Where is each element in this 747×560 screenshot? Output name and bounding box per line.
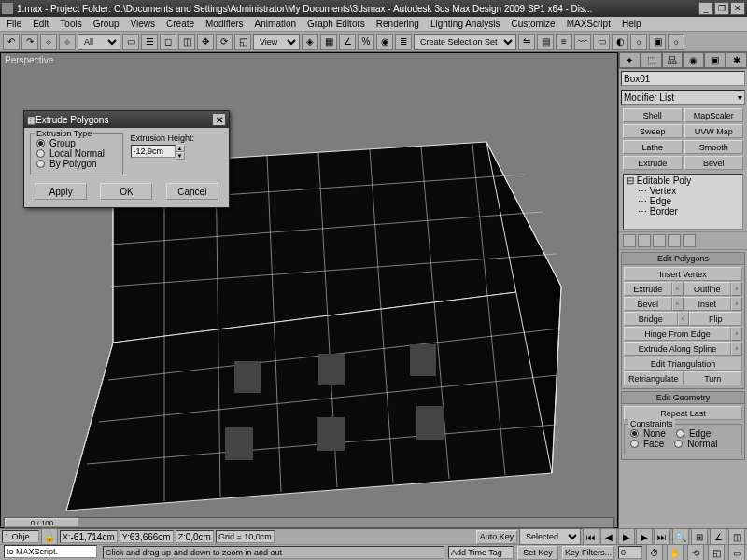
- render-frame-button[interactable]: ▣: [649, 34, 666, 50]
- radio-local-normal[interactable]: [36, 149, 45, 158]
- angle-snap-button[interactable]: ∠: [339, 34, 356, 50]
- btn-outline[interactable]: Outline: [684, 282, 732, 296]
- goto-end-button[interactable]: ⏭: [654, 528, 670, 545]
- render-setup-button[interactable]: ☼: [630, 34, 647, 50]
- material-button[interactable]: ◐: [612, 34, 628, 50]
- maxscript-listener[interactable]: [4, 545, 97, 558]
- tab-create[interactable]: ✦: [619, 52, 641, 68]
- layers-button[interactable]: ≡: [556, 34, 572, 50]
- btn-outline-settings[interactable]: ▫: [731, 282, 742, 296]
- btn-inset[interactable]: Inset: [684, 297, 732, 311]
- selection-set-dropdown[interactable]: Create Selection Set: [414, 34, 516, 50]
- window-crossing-button[interactable]: ◫: [178, 34, 195, 50]
- lock-selection-icon[interactable]: 🔒: [41, 528, 58, 545]
- radio-normal[interactable]: [674, 440, 683, 448]
- btn-inset-settings[interactable]: ▫: [731, 297, 742, 311]
- rect-select-button[interactable]: ◻: [160, 34, 176, 50]
- next-frame-button[interactable]: ▶: [636, 528, 653, 545]
- radio-group[interactable]: [36, 139, 45, 147]
- menu-tools[interactable]: Tools: [55, 18, 86, 30]
- schematic-button[interactable]: ▭: [593, 34, 610, 50]
- stack-config-icon[interactable]: [683, 234, 696, 247]
- restore-button[interactable]: ❐: [714, 2, 729, 15]
- menu-group[interactable]: Group: [89, 18, 124, 30]
- dialog-cancel-button[interactable]: Cancel: [166, 183, 218, 200]
- btn-hinge-settings[interactable]: ▫: [731, 327, 742, 341]
- menu-graph[interactable]: Graph Editors: [303, 18, 370, 30]
- btn-hinge[interactable]: Hinge From Edge: [624, 327, 731, 341]
- btn-edit-tri[interactable]: Edit Triangulation: [624, 357, 742, 371]
- nav-region-icon[interactable]: ◫: [728, 528, 745, 545]
- time-slider-handle[interactable]: 0 / 100: [5, 518, 79, 527]
- dialog-apply-button[interactable]: Apply: [35, 183, 87, 200]
- nav-zoom-icon[interactable]: 🔍: [672, 528, 689, 545]
- nav-fov-icon[interactable]: ∠: [710, 528, 726, 545]
- select-name-button[interactable]: ☰: [141, 34, 158, 50]
- goto-start-button[interactable]: ⏮: [583, 528, 599, 545]
- close-window-button[interactable]: ✕: [730, 2, 745, 15]
- mirror-button[interactable]: ⇋: [518, 34, 535, 50]
- btn-extrude-spline-settings[interactable]: ▫: [731, 342, 742, 356]
- rollout-edit-geometry[interactable]: Edit Geometry: [621, 391, 745, 404]
- spinner-down[interactable]: ▼: [176, 152, 185, 160]
- play-button[interactable]: ▶: [618, 528, 635, 545]
- set-key-button[interactable]: Set Key: [517, 546, 558, 560]
- rotate-button[interactable]: ⟳: [216, 34, 233, 50]
- extrusion-height-spinner[interactable]: ▲▼: [131, 145, 224, 160]
- snap-button[interactable]: ▦: [320, 34, 337, 50]
- nav-maximize-icon[interactable]: ◱: [708, 544, 725, 560]
- btn-retriangulate[interactable]: Retriangulate: [624, 371, 684, 385]
- radio-face[interactable]: [630, 440, 639, 448]
- tab-utilities[interactable]: ✱: [726, 52, 747, 68]
- auto-key-button[interactable]: Auto Key: [476, 530, 517, 544]
- tab-hierarchy[interactable]: 品: [662, 52, 684, 68]
- mod-smooth[interactable]: Smooth: [684, 140, 744, 154]
- object-name-field[interactable]: [621, 71, 745, 86]
- tab-motion[interactable]: ◉: [683, 52, 704, 68]
- spinner-snap-button[interactable]: ◉: [376, 34, 393, 50]
- prev-frame-button[interactable]: ◀: [600, 528, 617, 545]
- selection-filter[interactable]: All: [78, 34, 120, 50]
- radio-by-polygon[interactable]: [36, 160, 45, 168]
- coord-y[interactable]: Y:63,666cm: [120, 530, 174, 543]
- rollout-edit-polygons[interactable]: Edit Polygons: [621, 252, 745, 265]
- btn-turn[interactable]: Turn: [684, 371, 743, 385]
- btn-extrude-settings[interactable]: ▫: [672, 282, 684, 296]
- mod-sweep[interactable]: Sweep: [623, 124, 683, 138]
- mod-extrude[interactable]: Extrude: [623, 156, 683, 170]
- menu-edit[interactable]: Edit: [28, 18, 53, 30]
- current-frame-field[interactable]: 0: [618, 546, 642, 559]
- ref-coord-system[interactable]: View: [253, 34, 300, 50]
- spinner-up[interactable]: ▲: [176, 145, 185, 152]
- btn-bevel[interactable]: Bevel: [624, 297, 672, 311]
- menu-maxscript[interactable]: MAXScript: [562, 18, 615, 30]
- menu-lighting[interactable]: Lighting Analysis: [426, 18, 505, 30]
- add-time-tag[interactable]: Add Time Tag: [448, 546, 514, 559]
- stack-pin-icon[interactable]: [623, 234, 636, 247]
- link-button[interactable]: ⟐: [40, 34, 57, 50]
- dialog-ok-button[interactable]: OK: [100, 183, 152, 200]
- curve-editor-button[interactable]: 〰: [574, 34, 591, 50]
- unlink-button[interactable]: ⟐: [59, 34, 76, 50]
- nav-pan-icon[interactable]: ✋: [667, 544, 684, 560]
- pivot-button[interactable]: ◈: [302, 34, 318, 50]
- menu-animation[interactable]: Animation: [250, 18, 301, 30]
- scale-button[interactable]: ◱: [234, 34, 251, 50]
- tab-modify[interactable]: ⬚: [641, 52, 662, 68]
- btn-insert-vertex[interactable]: Insert Vertex: [624, 267, 742, 281]
- stack-remove-icon[interactable]: [668, 234, 681, 247]
- mod-lathe[interactable]: Lathe: [623, 140, 683, 154]
- extrusion-height-input[interactable]: [131, 145, 176, 158]
- time-config-button[interactable]: ⏱: [646, 544, 663, 560]
- btn-extrude[interactable]: Extrude: [624, 282, 672, 296]
- mod-mapscaler[interactable]: MapScaler: [684, 108, 744, 122]
- menu-views[interactable]: Views: [126, 18, 161, 30]
- nav-zoomall-icon[interactable]: ⊞: [691, 528, 708, 545]
- minimize-button[interactable]: _: [698, 2, 713, 15]
- btn-extrude-spline[interactable]: Extrude Along Spline: [624, 342, 731, 356]
- tab-display[interactable]: ▣: [704, 52, 726, 68]
- time-slider[interactable]: 0 / 100: [4, 517, 614, 528]
- dialog-close-button[interactable]: ✕: [212, 113, 226, 126]
- stack-show-icon[interactable]: [638, 234, 651, 247]
- menu-rendering[interactable]: Rendering: [372, 18, 424, 30]
